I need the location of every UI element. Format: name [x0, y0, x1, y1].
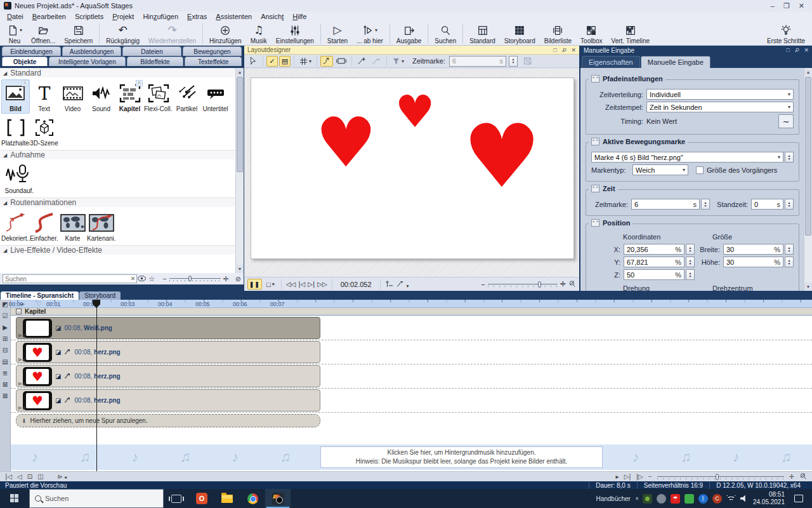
scroll-down-icon[interactable]: ▼: [804, 283, 812, 291]
camera-pan-button[interactable]: [334, 56, 348, 67]
stop-button[interactable]: □▾: [265, 279, 277, 290]
taskbar-app-obs[interactable]: O: [189, 489, 214, 508]
marker-filter-button[interactable]: ▾: [390, 56, 406, 67]
palette-item-untertitel[interactable]: Untertitel: [201, 79, 230, 114]
scroll-down-icon[interactable]: ▼: [236, 265, 244, 273]
timing-curve-button[interactable]: ∼: [778, 114, 794, 128]
track-layers-icon[interactable]: ▤: [2, 358, 8, 365]
y-spinner[interactable]: [686, 257, 695, 267]
heart-marker-icon[interactable]: ♡: [36, 300, 42, 308]
output-button[interactable]: Ausgabe: [392, 22, 426, 45]
clear-search-icon[interactable]: ✕: [131, 276, 136, 282]
palette-item-3d-szene[interactable]: 3D-Szene: [30, 114, 58, 148]
skip-fwd2-icon[interactable]: |▷: [636, 473, 643, 480]
play-small-icon[interactable]: ▸: [616, 473, 619, 480]
palette-size-slider[interactable]: [169, 276, 221, 282]
restore-button[interactable]: ❐: [783, 2, 790, 10]
skip-fwd-icon[interactable]: ▷|: [624, 473, 631, 480]
music-track[interactable]: Klicken Sie hier, um Hintergrundmusik hi…: [11, 444, 812, 470]
save-button[interactable]: Speichern: [60, 22, 97, 45]
reset-zoom-icon[interactable]: ⊘: [235, 275, 241, 283]
scroll-up-icon[interactable]: ▲: [804, 68, 812, 76]
tl-zoom-in-icon[interactable]: ✛: [789, 473, 794, 480]
x-field[interactable]: 20,356%: [624, 244, 684, 255]
collapse-icon[interactable]: ⌃⌃: [591, 185, 599, 192]
palette-item-platzhalter[interactable]: Platzhalter: [1, 114, 30, 148]
heart-image-left[interactable]: ♥: [315, 109, 377, 177]
start-from-here-button[interactable]: ▾ ... ab hier: [352, 22, 388, 45]
palette-item-flexi-collage[interactable]: Flexi-Coll...: [144, 79, 173, 114]
pages-icon[interactable]: ◫: [37, 473, 43, 480]
bewegungsmarke-spinner[interactable]: [785, 152, 794, 163]
menu-hinzufuegen[interactable]: Hinzufügen: [138, 12, 183, 21]
fast-forward-icon[interactable]: ▷▷: [317, 281, 327, 288]
start-button[interactable]: ▷ Starten: [323, 22, 352, 45]
apply-button[interactable]: ✓: [266, 56, 278, 67]
skip-end-icon[interactable]: ▷|: [308, 281, 315, 288]
wifi-icon[interactable]: [726, 495, 736, 502]
action-center-icon[interactable]: [794, 495, 803, 502]
tab-bewegungen[interactable]: Bewegungen: [183, 46, 242, 56]
tab-timeline-spuransicht[interactable]: Timeline - Spuransicht: [1, 291, 79, 300]
handbuecher-label[interactable]: Handbücher: [596, 495, 630, 502]
zeitmarke-field[interactable]: 6s: [631, 199, 700, 210]
remove-track-icon[interactable]: ⊟: [3, 347, 8, 354]
clip-herz-png[interactable]: ⊳≣ ♥ ◪ 00:08, herz.png: [16, 341, 320, 363]
toolbox-view-button[interactable]: Toolbox: [576, 22, 606, 45]
taskbar-app-aquasoft[interactable]: [265, 489, 291, 508]
heart-image-right[interactable]: ♥: [462, 113, 541, 201]
enable-tracks-icon[interactable]: ☑: [3, 312, 8, 319]
canvas-zoom-reset-icon[interactable]: [568, 280, 576, 289]
zoom-in-icon[interactable]: ✛: [223, 275, 229, 283]
maximize-panel-icon[interactable]: □: [553, 47, 556, 53]
tab-intelligente-vorlagen[interactable]: Intelligente Vorlagen: [49, 57, 125, 66]
menu-extras[interactable]: Extras: [183, 12, 211, 21]
tab-objekte[interactable]: Objekte: [2, 57, 48, 66]
palette-scrollbar[interactable]: ▲ ▼: [235, 68, 244, 273]
x-spinner[interactable]: [686, 244, 695, 255]
playhead-line[interactable]: [96, 300, 97, 471]
task-view-button[interactable]: [164, 489, 189, 508]
canvas-zoom-out-icon[interactable]: −: [481, 281, 485, 288]
palette-item-dekorierte-route[interactable]: Dekoriert...: [1, 209, 30, 243]
tray-expand-icon[interactable]: »: [633, 497, 639, 500]
clip-weiss-png[interactable]: ⊳≣ ◪ 00:08, Weiß.png: [16, 317, 320, 339]
collapse-chapter-icon[interactable]: –: [16, 309, 22, 314]
remove-curve-button[interactable]: [370, 56, 383, 67]
skip-start-icon[interactable]: |◁: [298, 281, 305, 288]
tab-dateien[interactable]: Dateien: [122, 46, 181, 56]
hoehe-field[interactable]: 30%: [723, 257, 783, 267]
section-live-effekte[interactable]: ◢Live-Effekte / Video-Effekte: [0, 245, 244, 255]
play-track-icon[interactable]: ▶: [3, 324, 8, 331]
menu-ansicht[interactable]: Ansicht: [256, 12, 288, 21]
pause-button[interactable]: ❚❚: [247, 279, 262, 290]
fit-view-icon[interactable]: ⊠: [3, 381, 8, 388]
standard-view-button[interactable]: Standard: [465, 22, 500, 45]
standzeit-field[interactable]: 0s: [751, 199, 783, 210]
settings-button[interactable]: Einstellungen: [272, 22, 318, 45]
menu-hilfe[interactable]: Hilfe: [288, 12, 311, 21]
vertical-timeline-button[interactable]: Vert. Timeline: [607, 22, 655, 45]
menu-scriptlets[interactable]: Scriptlets: [70, 12, 108, 21]
section-routenanimationen[interactable]: ◢Routenanimationen: [0, 197, 244, 207]
timeline-zoom-slider[interactable]: [657, 473, 784, 481]
tray-nvidia-icon[interactable]: [643, 494, 652, 504]
imagelist-view-button[interactable]: Bilderliste: [540, 22, 576, 45]
section-aufnahme[interactable]: ◢Aufnahme: [0, 150, 244, 159]
storyboard-view-button[interactable]: Storyboard: [500, 22, 540, 45]
first-steps-button[interactable]: Erste Schritte: [763, 22, 809, 45]
taskbar-clock[interactable]: 08:51 24.05.2021: [753, 491, 785, 507]
collapse-icon[interactable]: ⌃⌃: [591, 75, 599, 83]
canvas-zoom-slider[interactable]: [488, 281, 558, 288]
new-button[interactable]: ▾ Neu: [3, 22, 27, 45]
tab-storyboard[interactable]: Storyboard: [79, 291, 121, 300]
properties-scrollbar[interactable]: ▲ ▼: [804, 68, 812, 291]
track-align-icon[interactable]: ≣: [3, 370, 8, 377]
fit-timeline-icon[interactable]: ⊡: [27, 473, 32, 480]
menu-projekt[interactable]: Projekt: [108, 12, 138, 21]
rewind-icon[interactable]: ◁◁: [286, 281, 296, 288]
hoehe-spinner[interactable]: [785, 257, 794, 267]
go-start-icon[interactable]: |◁: [5, 473, 12, 480]
fit-selection-icon[interactable]: ⊠: [3, 392, 8, 399]
tab-manuelle-eingabe[interactable]: Manuelle Eingabe: [641, 56, 710, 68]
